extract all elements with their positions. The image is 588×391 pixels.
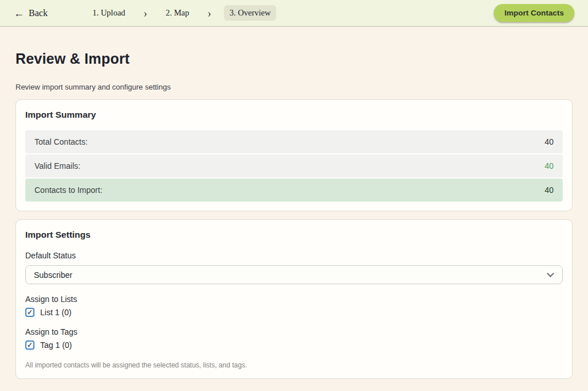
- assign-to-tags-label: Assign to Tags: [25, 327, 563, 336]
- list-checkbox-label: List 1 (0): [40, 308, 71, 317]
- summary-row-label: Total Contacts:: [34, 137, 88, 146]
- back-arrow-icon: ←: [14, 8, 24, 18]
- summary-row-contacts-to-import: Contacts to Import: 40: [25, 179, 563, 202]
- summary-row-total-contacts: Total Contacts: 40: [25, 130, 563, 153]
- page-subtitle: Review import summary and configure sett…: [16, 83, 572, 91]
- chevron-down-icon: [547, 270, 554, 277]
- chevron-right-icon: ›: [207, 7, 211, 20]
- main-content: Review & Import Review import summary an…: [0, 51, 588, 379]
- assign-to-lists-label: Assign to Lists: [25, 295, 563, 304]
- settings-note: All imported contacts will be assigned t…: [25, 361, 563, 369]
- tag-checkbox[interactable]: ✓: [25, 340, 34, 350]
- list-checkbox[interactable]: ✓: [25, 308, 34, 317]
- summary-rows: Total Contacts: 40 Valid Emails: 40 Cont…: [25, 130, 563, 202]
- page-title: Review & Import: [16, 51, 572, 67]
- step-overview[interactable]: 3. Overview: [224, 5, 277, 21]
- default-status-label: Default Status: [25, 251, 563, 260]
- summary-row-label: Contacts to Import:: [34, 185, 102, 195]
- step-map[interactable]: 2. Map: [160, 5, 195, 21]
- wizard-topbar: ← Back 1. Upload › 2. Map › 3. Overview …: [0, 0, 588, 27]
- import-summary-card: Import Summary Total Contacts: 40 Valid …: [16, 99, 572, 211]
- step-upload[interactable]: 1. Upload: [87, 5, 131, 21]
- summary-card-title: Import Summary: [25, 110, 563, 120]
- back-button[interactable]: ← Back: [14, 8, 48, 18]
- back-label: Back: [29, 8, 48, 18]
- import-settings-card: Import Settings Default Status Subscribe…: [16, 219, 572, 379]
- summary-row-value: 40: [544, 161, 554, 171]
- default-status-value: Subscriber: [34, 270, 72, 280]
- tag-checkbox-label: Tag 1 (0): [40, 340, 72, 350]
- default-status-select[interactable]: Subscriber: [25, 265, 563, 284]
- import-contacts-button[interactable]: Import Contacts: [494, 4, 574, 22]
- list-checkbox-row[interactable]: ✓ List 1 (0): [25, 308, 563, 317]
- tag-checkbox-row[interactable]: ✓ Tag 1 (0): [25, 340, 563, 350]
- summary-row-value: 40: [544, 185, 554, 195]
- summary-row-label: Valid Emails:: [34, 161, 80, 171]
- summary-row-valid-emails: Valid Emails: 40: [25, 154, 563, 177]
- chevron-right-icon: ›: [144, 7, 147, 20]
- summary-row-value: 40: [544, 137, 554, 146]
- wizard-steps: 1. Upload › 2. Map › 3. Overview: [87, 5, 277, 21]
- settings-card-title: Import Settings: [25, 230, 563, 240]
